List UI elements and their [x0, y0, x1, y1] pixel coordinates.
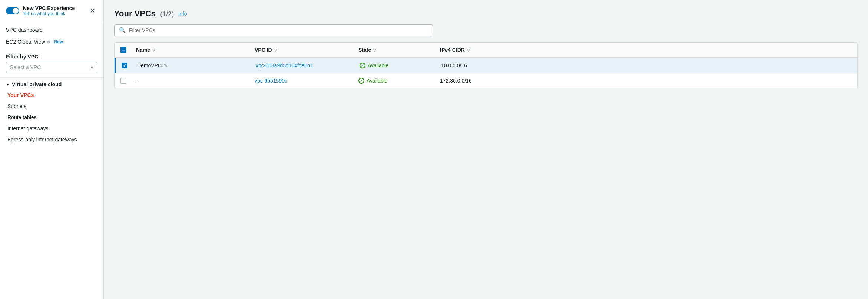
virtual-private-cloud-section: ▼ Virtual private cloud Your VPCs Subnet… [0, 78, 103, 145]
search-bar: 🔍 [114, 24, 433, 36]
row2-checkbox-cell [115, 73, 132, 88]
vpc-filter-wrapper: Select a VPC [6, 62, 97, 73]
row2-name-cell: – [132, 73, 251, 88]
row1-checkbox-cell [116, 58, 133, 73]
vpc-table: Name ▽ VPC ID ▽ State ▽ IPv4 CIDR ▽ [114, 42, 858, 88]
row1-state: ✓ Available [360, 63, 434, 68]
row1-spacer [519, 61, 857, 70]
row2-checkbox[interactable] [120, 78, 126, 84]
row2-vpc-id-cell: vpc-6b51590c [251, 73, 355, 88]
th-name[interactable]: Name ▽ [132, 43, 251, 57]
filter-by-vpc-section: Filter by VPC: Select a VPC [0, 51, 103, 78]
sort-icon-vpc-id: ▽ [274, 48, 277, 52]
sidebar-item-subnets[interactable]: Subnets [0, 101, 103, 112]
row2-vpc-id-link[interactable]: vpc-6b51590c [255, 78, 287, 84]
section-header-label: Virtual private cloud [12, 81, 62, 87]
row2-state-cell: ✓ Available [355, 73, 436, 88]
sidebar-item-route-tables[interactable]: Route tables [0, 112, 103, 123]
search-input[interactable] [129, 27, 428, 33]
toggle-subtitle[interactable]: Tell us what you think [23, 11, 75, 16]
row1-name: DemoVPC ✎ [137, 63, 248, 68]
sort-icon-state: ▽ [373, 48, 376, 52]
sidebar-item-egress-only[interactable]: Egress-only internet gateways [0, 134, 103, 145]
filter-label: Filter by VPC: [6, 54, 97, 60]
sidebar-nav: VPC dashboard EC2 Global View ⧉ New [0, 21, 103, 51]
th-vpc-id[interactable]: VPC ID ▽ [251, 43, 355, 57]
sidebar-item-ec2-global-view[interactable]: EC2 Global View ⧉ New [0, 36, 103, 48]
chevron-down-icon: ▼ [6, 83, 10, 87]
row1-checkbox[interactable] [122, 63, 127, 68]
row1-ipv4-cell: 10.0.0.0/16 [437, 58, 519, 73]
main-content: Your VPCs (1/2) Info 🔍 Name ▽ VPC ID ▽ S… [104, 0, 868, 299]
toggle-label-group: New VPC Experience Tell us what you thin… [23, 5, 75, 16]
search-icon: 🔍 [119, 27, 126, 34]
row1-state-cell: ✓ Available [356, 58, 437, 73]
table-row: – vpc-6b51590c ✓ Available 172.30.0.0/16 [115, 73, 857, 88]
header-checkbox[interactable] [120, 47, 126, 53]
row2-ipv4-cell: 172.30.0.0/16 [436, 73, 518, 88]
row2-name: – [136, 78, 247, 84]
page-title: Your VPCs (1/2) [114, 9, 174, 19]
vpc-filter-select[interactable]: Select a VPC [6, 62, 97, 73]
table-header: Name ▽ VPC ID ▽ State ▽ IPv4 CIDR ▽ [115, 43, 857, 58]
th-state[interactable]: State ▽ [355, 43, 436, 57]
row1-vpc-id-cell: vpc-063a9d5d104fde8b1 [252, 58, 356, 73]
th-spacer [518, 46, 857, 54]
table-row: DemoVPC ✎ vpc-063a9d5d104fde8b1 ✓ Availa… [115, 58, 857, 73]
header-checkbox-cell [115, 43, 132, 57]
available-icon: ✓ [360, 63, 365, 68]
vpc-dashboard-label: VPC dashboard [6, 27, 43, 33]
sort-icon-name: ▽ [152, 48, 155, 52]
sidebar-item-internet-gateways[interactable]: Internet gateways [0, 123, 103, 134]
new-vpc-experience-toggle-row: New VPC Experience Tell us what you thin… [6, 5, 75, 16]
edit-icon[interactable]: ✎ [164, 63, 168, 68]
row2-spacer [518, 76, 857, 85]
th-ipv4-cidr[interactable]: IPv4 CIDR ▽ [436, 43, 518, 57]
vpc-count: (1/2) [160, 10, 174, 18]
available-icon-2: ✓ [358, 78, 364, 84]
sort-icon-ipv4: ▽ [467, 48, 470, 52]
info-link[interactable]: Info [178, 11, 187, 17]
row1-vpc-id-link[interactable]: vpc-063a9d5d104fde8b1 [256, 63, 313, 68]
sidebar: New VPC Experience Tell us what you thin… [0, 0, 104, 299]
close-button[interactable]: ✕ [87, 6, 97, 16]
toggle-title: New VPC Experience [23, 5, 75, 11]
new-vpc-experience-toggle[interactable] [6, 7, 19, 14]
new-badge: New [53, 39, 65, 44]
row2-state: ✓ Available [358, 78, 433, 84]
external-link-icon: ⧉ [47, 40, 50, 44]
sidebar-item-your-vpcs[interactable]: Your VPCs [0, 90, 103, 101]
sidebar-item-vpc-dashboard[interactable]: VPC dashboard [0, 24, 103, 36]
page-header: Your VPCs (1/2) Info [114, 9, 858, 19]
section-header-vpc[interactable]: ▼ Virtual private cloud [0, 78, 103, 90]
ec2-global-view-label: EC2 Global View [6, 39, 45, 45]
sidebar-header: New VPC Experience Tell us what you thin… [0, 0, 103, 21]
row1-name-cell: DemoVPC ✎ [133, 58, 252, 73]
